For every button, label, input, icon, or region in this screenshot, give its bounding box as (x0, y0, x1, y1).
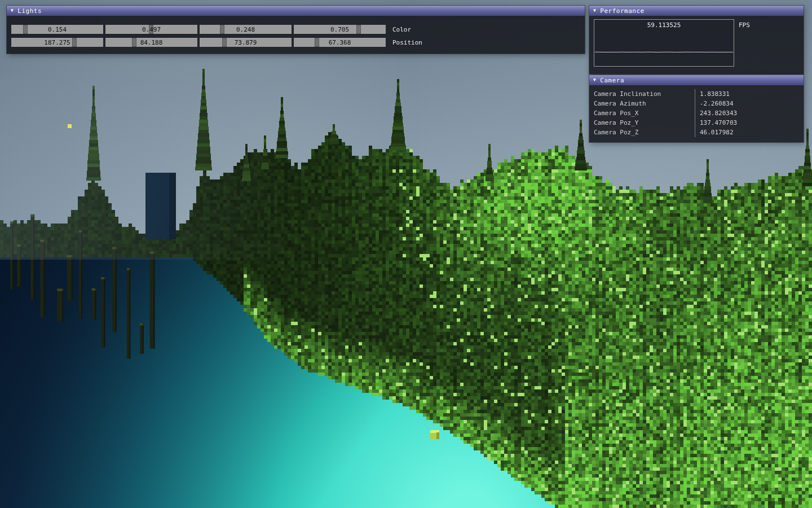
fps-label: FPS (739, 21, 750, 29)
light-slider[interactable]: 0.248 (200, 25, 292, 34)
fps-value: 59.113525 (594, 21, 734, 29)
slider-value: 67.368 (294, 38, 386, 47)
camera-rows: Camera Inclination1.838331Camera Azimuth… (589, 85, 804, 142)
light-slider[interactable]: 0.497 (105, 25, 197, 34)
camera-row-value: 243.820343 (695, 108, 804, 118)
panel-camera: ▼ Camera Camera Inclination1.838331Camer… (589, 75, 804, 142)
light-slider[interactable]: 187.275 (11, 38, 103, 47)
fps-graph-box: 59.113525 (594, 19, 734, 67)
camera-row: Camera Azimuth-2.260834 (589, 99, 804, 108)
panel-performance-header[interactable]: ▼ Performance (589, 6, 804, 16)
panel-lights: ▼ Lights 0.1540.4970.2480.705Color187.27… (7, 6, 585, 54)
light-slider-row-position: 187.27584.18873.87967.368Position (11, 38, 580, 47)
camera-row-label: Camera Pos_X (589, 108, 695, 118)
light-slider[interactable]: 67.368 (294, 38, 386, 47)
slider-value: 73.879 (200, 38, 292, 47)
slider-value: 0.705 (294, 25, 386, 34)
camera-row-value: -2.260834 (695, 99, 804, 108)
collapse-icon[interactable]: ▼ (593, 8, 596, 13)
light-slider-row-color: 0.1540.4970.2480.705Color (11, 25, 580, 34)
panel-camera-header[interactable]: ▼ Camera (589, 75, 804, 85)
lights-rows: 0.1540.4970.2480.705Color187.27584.18873… (7, 16, 585, 54)
panel-title: Camera (600, 77, 624, 84)
light-slider[interactable]: 84.188 (105, 38, 197, 47)
collapse-icon[interactable]: ▼ (11, 8, 14, 13)
slider-handle[interactable] (315, 38, 319, 47)
panel-performance: ▼ Performance 59.113525 FPS (589, 6, 804, 74)
camera-row: Camera Pos_X243.820343 (589, 108, 804, 118)
panel-title: Lights (17, 7, 42, 15)
slider-handle[interactable] (220, 25, 224, 34)
slider-handle[interactable] (222, 38, 227, 47)
slider-handle[interactable] (23, 25, 28, 34)
camera-row: Camera Inclination1.838331 (589, 89, 804, 99)
slider-value: 84.188 (105, 38, 197, 47)
camera-row-label: Camera Inclination (589, 89, 695, 99)
camera-row: Camera Poz_Z46.017982 (589, 128, 804, 137)
slider-value: 0.248 (200, 25, 292, 34)
performance-body: 59.113525 FPS (589, 16, 804, 74)
camera-row: Camera Poz_Y137.470703 (589, 118, 804, 128)
slider-handle[interactable] (149, 25, 153, 34)
slider-handle[interactable] (132, 38, 136, 47)
light-slider[interactable]: 0.154 (11, 25, 103, 34)
camera-row-label: Camera Poz_Y (589, 118, 695, 128)
panel-title: Performance (600, 7, 644, 15)
slider-handle[interactable] (72, 38, 77, 47)
camera-row-label: Camera Poz_Z (589, 128, 695, 137)
light-slider[interactable]: 73.879 (200, 38, 292, 47)
collapse-icon[interactable]: ▼ (593, 78, 596, 82)
slider-handle[interactable] (356, 25, 361, 34)
camera-row-value: 1.838331 (695, 89, 804, 99)
slider-value: 187.275 (11, 38, 103, 47)
panel-lights-header[interactable]: ▼ Lights (7, 6, 585, 16)
slider-row-label: Position (392, 39, 422, 46)
slider-row-label: Color (392, 26, 411, 33)
camera-row-value: 137.470703 (695, 118, 804, 128)
light-slider[interactable]: 0.705 (294, 25, 386, 34)
camera-row-label: Camera Azimuth (589, 99, 695, 108)
camera-row-value: 46.017982 (695, 128, 804, 137)
